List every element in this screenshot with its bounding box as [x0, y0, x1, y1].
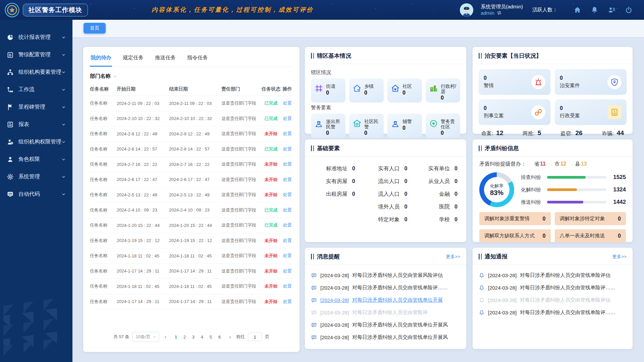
basic-column: 实有人口0流出人口0流入人口0境外人员0特定对象0: [364, 165, 408, 223]
sidebar-item[interactable]: 自动代码: [0, 185, 72, 203]
tasks-panel: 我的待办规定任务推送任务指令任务 部门名称 任务名称开始日期结束日期责任部门任务…: [83, 47, 300, 352]
page-number[interactable]: 6: [215, 335, 224, 340]
district-card[interactable]: 街道0: [311, 78, 345, 103]
page-number[interactable]: 2: [180, 335, 189, 340]
district-card[interactable]: 派出所民警0: [311, 114, 345, 138]
task-tab[interactable]: 推送任务: [154, 52, 176, 67]
district-card[interactable]: 行政村/居0: [426, 78, 460, 103]
dispose-link[interactable]: 处置: [283, 284, 292, 289]
chevron-down-icon: [61, 35, 66, 40]
card-text: 行政村/居0: [441, 81, 458, 100]
security-card[interactable]: 0治安案件: [555, 69, 627, 95]
dispute-alert-chip[interactable]: 调解双方缺联系人方式0: [479, 229, 551, 242]
user-avatar[interactable]: [460, 3, 473, 17]
dispute-alert-chip[interactable]: 调解对象涉特定对象0: [555, 212, 626, 225]
basic-element-item: 特定对象0: [364, 216, 408, 223]
task-tab[interactable]: 我的待办: [90, 52, 112, 67]
dispose-link[interactable]: 处置: [283, 253, 292, 258]
dispose-link[interactable]: 处置: [283, 268, 292, 274]
bar-track: [547, 176, 606, 179]
bell-icon[interactable]: [591, 6, 598, 14]
dispute-alert-chip[interactable]: 八单一表未及时推送0: [555, 229, 626, 242]
sidebar-item[interactable]: 统计报表管理: [0, 28, 72, 46]
list-item[interactable]: [2024-03-28]对每日涉矛盾纠纷人员交由管线单险评估: [479, 294, 627, 306]
sidebar-item[interactable]: 工作流: [0, 81, 72, 98]
page-number[interactable]: 3: [189, 335, 198, 340]
dispute-alert-chip[interactable]: 调解对象涉重复警情0: [479, 212, 551, 225]
sidebar-item[interactable]: 里程碑管理: [0, 98, 72, 116]
messages-more-link[interactable]: 更多>>: [446, 254, 460, 260]
bar-label: 排查纠纷: [521, 174, 543, 181]
basic-element-item: 标准地址0: [314, 165, 355, 172]
list-item[interactable]: [2024-03-28]对每日涉矛盾纠纷人员交由管线单险评……: [479, 282, 627, 294]
item-text: 对每日涉矛盾纠纷人员交由管展风险评估: [352, 272, 443, 279]
list-item[interactable]: [2024-03-28]对每日涉矛盾纠纷人员交由管线单险评……: [479, 306, 627, 319]
dispose-link[interactable]: 处置: [283, 116, 292, 121]
action-cell: 处置: [282, 238, 293, 244]
district-card[interactable]: 社区0: [387, 78, 422, 103]
list-item[interactable]: [2024-03-28]对每日涉矛盾纠纷人员交由管线单位开展风: [311, 319, 460, 331]
table-row: 任务名称2024-1-17 14 : 29 : 112024-1-17 14 :…: [90, 294, 293, 310]
dispose-link[interactable]: 处置: [283, 299, 292, 304]
card-text: 警务责任区0: [441, 117, 458, 135]
dispose-link[interactable]: 处置: [283, 131, 292, 136]
dispose-link[interactable]: 处置: [283, 177, 292, 182]
action-cell: 处置: [282, 299, 293, 305]
dispose-link[interactable]: 处置: [283, 192, 292, 197]
task-tab[interactable]: 指令任务: [186, 52, 209, 67]
district-card[interactable]: 辅警0: [387, 114, 422, 138]
home-icon[interactable]: [574, 6, 581, 14]
page-number[interactable]: 5: [206, 335, 215, 340]
group-label: 警务要素: [311, 105, 460, 111]
task-tab[interactable]: 规定任务: [122, 52, 144, 67]
home-page-tab[interactable]: 首页: [84, 23, 106, 34]
dispose-link[interactable]: 处置: [283, 101, 292, 106]
main-area: 首页 我的待办规定任务推送任务指令任务 部门名称 任务名称开始日期结束日期责任部…: [72, 20, 644, 362]
list-item[interactable]: [2024-03-28]对每日涉矛盾纠纷人员交由管线单险评估: [479, 269, 627, 282]
status-badge: 未开始: [260, 177, 282, 183]
sidebar-item[interactable]: 组织机构要素管理: [0, 63, 72, 81]
basic-element-label: 实有房屋: [326, 178, 347, 185]
card-row: 街道0乡镇0社区0行政村/居0: [311, 78, 460, 103]
dispose-link[interactable]: 处置: [283, 223, 292, 228]
department-cell: 这是责任部门字段: [221, 192, 260, 198]
dispose-link[interactable]: 处置: [283, 238, 292, 243]
next-page-button[interactable]: ›: [227, 334, 233, 340]
contacts-icon[interactable]: [608, 6, 615, 14]
sidebar-item[interactable]: 系统管理: [0, 168, 72, 185]
dispose-link[interactable]: 处置: [283, 162, 292, 167]
list-item[interactable]: [2024-03-28]对每日涉矛盾纠纷人员交由管线单险评……: [311, 282, 460, 294]
district-card[interactable]: 警务责任区0: [426, 114, 460, 138]
list-item[interactable]: [2024-03-28]对每日涉矛盾纠纷人员交由管线单位开展: [311, 294, 460, 306]
department-filter[interactable]: 部门名称: [90, 73, 293, 80]
list-item[interactable]: [2024-03-28]对每日涉矛盾纠纷人员交由管线单位开展风: [311, 331, 460, 344]
prev-page-button[interactable]: ‹: [162, 334, 169, 340]
security-card[interactable]: 0行政受案: [555, 99, 627, 125]
sidebar-item[interactable]: 角色权限: [0, 150, 72, 168]
person-icon: [7, 156, 14, 163]
action-cell: 处置: [282, 207, 293, 213]
page-size-select[interactable]: 10条/页: [132, 332, 159, 342]
sidebar-item[interactable]: 报表: [0, 116, 72, 133]
list-item[interactable]: [2024-03-28]对每日涉矛盾纠纷人员交由管险评: [311, 306, 460, 319]
list-item[interactable]: [2024-03-28]对每日涉矛盾纠纷人员交由管展风险评估: [311, 269, 460, 282]
dispose-link[interactable]: 处置: [283, 146, 292, 152]
page-number[interactable]: 1: [171, 335, 180, 340]
district-card[interactable]: 社区民警0: [349, 114, 384, 138]
table-row: 任务名称2024-1-19 15 : 22 : 122024-1-19 15 :…: [90, 233, 293, 249]
district-card[interactable]: 乡镇0: [349, 78, 384, 103]
security-card[interactable]: 0警情: [479, 69, 550, 95]
level-label: 省: [534, 161, 540, 167]
sidebar-item[interactable]: 组织机构权限管理: [0, 133, 72, 150]
dispose-link[interactable]: 处置: [283, 207, 292, 213]
security-card[interactable]: 0刑事立案: [479, 99, 550, 125]
goto-page-input[interactable]: [248, 333, 262, 341]
sidebar-item[interactable]: 警综配置管理: [0, 46, 72, 63]
page-number[interactable]: 4: [198, 335, 206, 340]
security-stat: 盗窃:26: [560, 129, 582, 137]
switch-user-icon[interactable]: [496, 10, 502, 16]
power-icon[interactable]: [625, 6, 633, 14]
task-name-cell: 任务名称: [90, 116, 117, 122]
department-cell: 这是责任部门字段: [221, 207, 260, 213]
notices-more-link[interactable]: 更多>>: [612, 254, 627, 260]
